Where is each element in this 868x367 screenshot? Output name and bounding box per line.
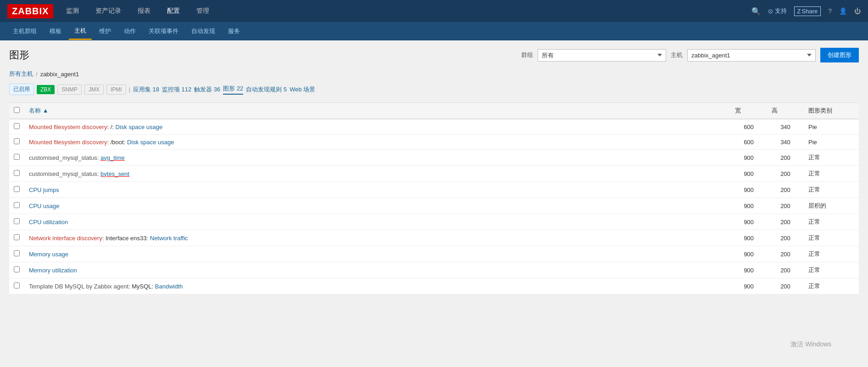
cell-name: CPU usage [24, 198, 730, 214]
create-graph-button[interactable]: 创建图形 [820, 48, 859, 62]
tag-apps[interactable]: 应用集 18 [133, 85, 159, 94]
nav-discovery[interactable]: 自动发现 [186, 23, 221, 39]
row-checkbox[interactable] [14, 218, 20, 224]
row-checkbox[interactable] [14, 170, 20, 176]
logout-icon[interactable]: ⏻ [854, 7, 861, 15]
tag-snmp[interactable]: SNMP [57, 85, 82, 95]
nav-maintenance[interactable]: 维护 [94, 23, 117, 39]
nav-item-config[interactable]: 配置 [163, 5, 184, 17]
graph-suffix-link[interactable]: Network traffic [150, 235, 188, 242]
page-header: 图形 群组 所有 主机 zabbix_agent1 创建图形 [9, 48, 859, 62]
cell-height: 200 [767, 214, 804, 230]
graph-name-link[interactable]: Memory usage [29, 251, 68, 258]
tag-ipmi[interactable]: IPMI [106, 85, 126, 95]
tag-web[interactable]: Web 场景 [289, 85, 315, 94]
cell-height: 340 [767, 135, 804, 150]
header-type: 图形类别 [804, 103, 859, 119]
header-name[interactable]: 名称 ▲ [24, 103, 730, 119]
cell-name: Memory usage [24, 246, 730, 262]
nav-services[interactable]: 服务 [223, 23, 245, 39]
graph-prefix-link[interactable]: Mounted filesystem discovery [29, 139, 107, 146]
nav-host-groups[interactable]: 主机群组 [7, 23, 42, 39]
nav-correlation[interactable]: 关联项事件 [143, 23, 184, 39]
host-filter-label: 主机 [671, 51, 683, 59]
group-select[interactable]: 所有 [538, 49, 666, 62]
cell-height: 200 [767, 198, 804, 214]
cell-height: 340 [767, 119, 804, 135]
page-content: 图形 群组 所有 主机 zabbix_agent1 创建图形 所有主机 / za… [0, 40, 868, 302]
tag-triggers[interactable]: 触发器 36 [194, 85, 220, 94]
user-icon[interactable]: 👤 [839, 7, 847, 15]
graph-name-link[interactable]: avg_time [100, 154, 125, 161]
graph-name-link[interactable]: Bandwidth [155, 283, 183, 290]
select-all-checkbox[interactable] [14, 107, 20, 113]
table-row: CPU usage900200层积的 [9, 198, 859, 214]
cell-type: 正常 [804, 214, 859, 230]
cell-type: 正常 [804, 166, 859, 182]
cell-height: 200 [767, 166, 804, 182]
cell-type: 正常 [804, 262, 859, 278]
cell-height: 200 [767, 278, 804, 294]
tag-enabled[interactable]: 已启用 [9, 84, 34, 95]
cell-width: 900 [730, 198, 767, 214]
graph-suffix-link[interactable]: Disk space usage [116, 124, 163, 130]
support-link[interactable]: ⊙ 支持 [768, 7, 787, 15]
graph-prefix-link[interactable]: Network interface discovery [29, 235, 102, 242]
row-checkbox[interactable] [14, 282, 20, 288]
breadcrumb-current: zabbix_agent1 [40, 71, 79, 78]
graph-name-link[interactable]: CPU utilization [29, 219, 68, 226]
cell-type: 正常 [804, 150, 859, 166]
row-checkbox[interactable] [14, 266, 20, 272]
row-checkbox[interactable] [14, 202, 20, 208]
cell-width: 900 [730, 230, 767, 246]
table-row: Network interface discovery: Interface e… [9, 230, 859, 246]
cell-width: 900 [730, 278, 767, 294]
row-checkbox[interactable] [14, 123, 20, 129]
graph-name-link[interactable]: Memory utilization [29, 267, 77, 274]
nav-item-reports[interactable]: 报表 [134, 5, 154, 17]
cell-type: 正常 [804, 182, 859, 198]
graph-name-link[interactable]: CPU jumps [29, 186, 59, 193]
nav-item-monitor[interactable]: 监测 [62, 5, 83, 17]
nav-templates[interactable]: 模板 [44, 23, 67, 39]
row-checkbox[interactable] [14, 154, 20, 160]
cell-height: 200 [767, 262, 804, 278]
nav-item-admin[interactable]: 管理 [193, 5, 213, 17]
table-row: CPU jumps900200正常 [9, 182, 859, 198]
cell-type: 正常 [804, 246, 859, 262]
help-icon[interactable]: ? [828, 7, 832, 15]
tag-zbx[interactable]: ZBX [37, 85, 55, 94]
graph-name-link[interactable]: CPU usage [29, 203, 59, 209]
cell-name: CPU utilization [24, 214, 730, 230]
nav-hosts[interactable]: 主机 [69, 23, 92, 40]
cell-type: 正常 [804, 278, 859, 294]
cell-width: 600 [730, 119, 767, 135]
tag-discovery[interactable]: 自动发现规则 5 [246, 85, 287, 94]
page-title: 图形 [9, 48, 514, 62]
breadcrumb-all-hosts[interactable]: 所有主机 [9, 70, 33, 78]
tag-separator-1: | [129, 86, 130, 93]
row-checkbox[interactable] [14, 186, 20, 192]
cell-height: 200 [767, 150, 804, 166]
search-button[interactable]: 🔍 [751, 7, 761, 16]
table-row: Mounted filesystem discovery: /: Disk sp… [9, 119, 859, 135]
cell-width: 900 [730, 166, 767, 182]
share-button[interactable]: Z Share [794, 6, 821, 16]
graph-suffix-link[interactable]: Disk space usage [127, 139, 174, 146]
row-checkbox[interactable] [14, 234, 20, 240]
group-filter-label: 群组 [521, 51, 533, 59]
graph-name-link[interactable]: bytes_sent [100, 170, 129, 177]
tag-items[interactable]: 监控项 112 [162, 85, 191, 94]
graph-prefix-link[interactable]: Mounted filesystem discovery [29, 124, 107, 130]
nav-item-assets[interactable]: 资产记录 [92, 5, 125, 17]
row-checkbox[interactable] [14, 250, 20, 256]
cell-width: 900 [730, 246, 767, 262]
tag-jmx[interactable]: JMX [84, 85, 104, 95]
top-navbar: ZABBIX 监测 资产记录 报表 配置 管理 🔍 ⊙ 支持 Z Share ?… [0, 0, 868, 22]
row-checkbox[interactable] [14, 138, 20, 144]
host-select[interactable]: zabbix_agent1 [687, 49, 816, 62]
tag-graphs[interactable]: 图形 22 [223, 85, 243, 95]
breadcrumb: 所有主机 / zabbix_agent1 [9, 70, 859, 78]
table-row: Memory utilization900200正常 [9, 262, 859, 278]
nav-actions[interactable]: 动作 [118, 23, 141, 39]
